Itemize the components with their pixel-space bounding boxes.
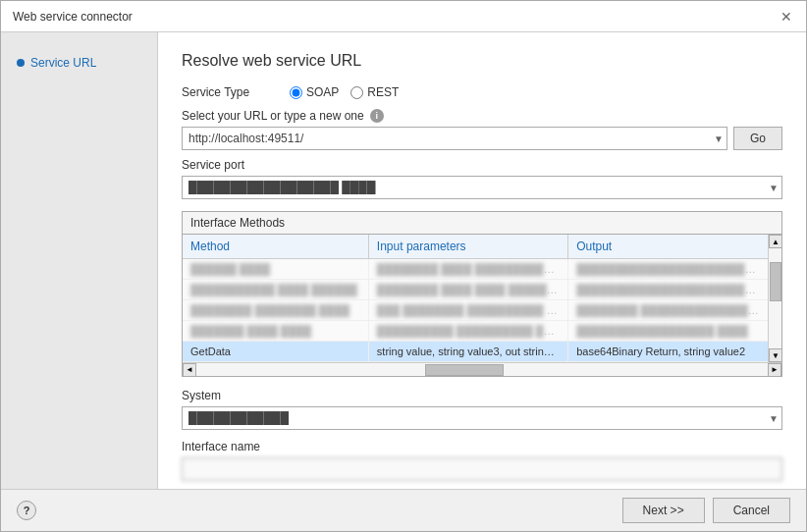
url-section: Select your URL or type a new one i http… [182,109,782,150]
methods-scroll: Method Input parameters Output ██████ ██… [183,235,768,362]
info-icon[interactable]: i [370,109,384,123]
scroll-track [769,248,781,348]
cell-method: ████████ ████████ ████ [183,300,368,321]
system-section: System ████████████ ▼ [182,389,782,430]
cell-input: ███ ████████ ██████████ ████ [368,300,567,321]
interface-methods-title: Interface Methods [183,212,781,235]
methods-table: Method Input parameters Output ██████ ██… [183,235,768,362]
table-row[interactable]: ████████ ████████ ████ ███ ████████ ████… [183,300,768,321]
url-label: Select your URL or type a new one [182,109,364,123]
cancel-button[interactable]: Cancel [713,498,790,523]
table-row[interactable]: ██████ ████ ████████ ████ ██████████████… [183,259,768,280]
service-port-select-wrapper: ██████████████████ ████ ▼ [182,176,782,199]
sidebar-item-service-url[interactable]: Service URL [11,52,147,74]
cell-input: ██████████ ██████████ ████ [368,321,567,342]
interface-name-label: Interface name [182,440,782,453]
col-method: Method [183,235,368,259]
window: Web service connector ✕ Service URL Reso… [0,0,807,532]
sidebar-dot [17,59,25,67]
next-button[interactable]: Next >> [622,498,705,523]
vertical-scrollbar[interactable]: ▲ ▼ [768,235,781,362]
cell-output: ████████████████████████ ████ [568,259,768,280]
methods-container: Method Input parameters Output ██████ ██… [183,235,781,362]
system-label: System [182,389,782,402]
rest-radio-label[interactable]: REST [350,85,399,99]
system-select-wrapper: ████████████ ▼ [182,406,782,430]
title-bar: Web service connector ✕ [1,1,806,32]
scroll-down-button[interactable]: ▼ [769,348,782,362]
cell-output: ████████ ██████████████ ████ [568,300,768,321]
service-port-label: Service port [182,158,782,172]
table-header-row: Method Input parameters Output [183,235,768,259]
footer-buttons: Next >> Cancel [622,498,790,523]
soap-label: SOAP [306,85,339,99]
window-title: Web service connector [13,10,133,24]
interface-methods-section: Interface Methods Method Input parameter… [182,211,782,377]
service-port-section: Service port ██████████████████ ████ ▼ [182,158,782,199]
service-type-radio-group: SOAP REST [290,85,399,99]
cell-method-selected: GetData [183,342,368,362]
horizontal-scrollbar[interactable]: ◄ ► [183,362,781,376]
url-input-row: http://localhost:49511/ ▼ Go [182,127,782,150]
url-select[interactable]: http://localhost:49511/ [182,127,727,150]
horiz-scroll-thumb[interactable] [425,364,504,376]
content-area: Service URL Resolve web service URL Serv… [1,32,806,489]
cell-method: ██████ ████ [183,259,368,280]
table-row[interactable]: ███████████ ████ ██████ ████████ ████ ██… [183,280,768,300]
cell-input: ████████ ████ ████ ███████████ [368,280,567,300]
close-button[interactable]: ✕ [779,9,794,25]
go-button[interactable]: Go [733,127,782,150]
title-bar-left: Web service connector [13,10,133,24]
system-select[interactable]: ████████████ [182,406,782,430]
interface-name-input[interactable] [182,457,782,481]
url-select-wrapper: http://localhost:49511/ ▼ [182,127,727,150]
cell-method: ███████ ████ ████ [183,321,368,342]
service-port-select[interactable]: ██████████████████ ████ [182,176,782,199]
help-button[interactable]: ? [17,501,36,520]
soap-radio[interactable] [290,86,302,99]
scroll-right-button[interactable]: ► [768,363,781,377]
horiz-scroll-track [196,364,768,376]
cell-output: ██████████████████ ████ [568,321,768,342]
col-input: Input parameters [368,235,567,259]
footer-left: ? [17,501,36,520]
cell-input-selected: string value, string value3, out string … [368,342,567,362]
cell-input: ████████ ████ ████████████████ [368,259,567,280]
sidebar: Service URL [1,32,158,489]
rest-label: REST [367,85,399,99]
soap-radio-label[interactable]: SOAP [290,85,339,99]
interface-name-section: Interface name [182,440,782,481]
col-output: Output [568,235,768,259]
rest-radio[interactable] [350,86,363,99]
cell-output-selected: base64Binary Return, string value2 [568,342,768,362]
service-type-row: Service Type SOAP REST [182,85,782,99]
page-title: Resolve web service URL [182,52,782,70]
scroll-left-button[interactable]: ◄ [183,363,196,377]
table-row-selected[interactable]: GetData string value, string value3, out… [183,342,768,362]
main-panel: Resolve web service URL Service Type SOA… [158,32,806,489]
cell-output: ████████████████████████ ████ [568,280,768,300]
scroll-thumb[interactable] [770,262,781,301]
cell-method: ███████████ ████ ██████ [183,280,368,300]
sidebar-item-label: Service URL [30,56,96,70]
footer: ? Next >> Cancel [1,489,806,531]
url-label-row: Select your URL or type a new one i [182,109,782,123]
service-type-label: Service Type [182,85,290,99]
scroll-up-button[interactable]: ▲ [769,235,782,248]
table-row[interactable]: ███████ ████ ████ ██████████ ██████████ … [183,321,768,342]
